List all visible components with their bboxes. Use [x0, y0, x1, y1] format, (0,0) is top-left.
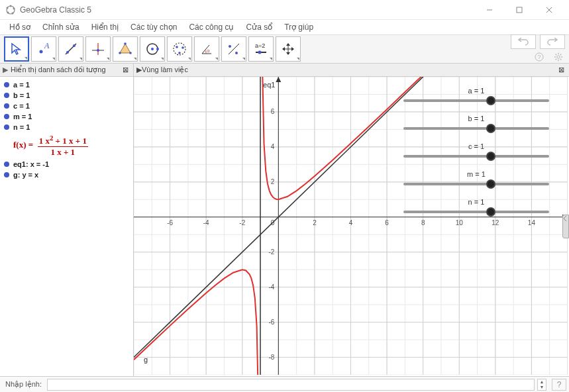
svg-text:g: g	[144, 356, 148, 364]
slider-m[interactable]: m = 1	[403, 170, 549, 189]
slider-knob[interactable]	[486, 96, 495, 105]
tool-reflect[interactable]	[221, 36, 246, 62]
tool-slider[interactable]: a=2	[248, 36, 274, 62]
svg-point-4	[7, 11, 9, 13]
close-button[interactable]	[534, 0, 564, 20]
obj-a[interactable]: a = 1	[4, 79, 129, 90]
object-list: a = 1 b = 1 c = 1 m = 1 n = 1 f(x) = 1 x…	[0, 77, 133, 376]
svg-text:a=2: a=2	[255, 42, 265, 49]
slider-c[interactable]: c = 1	[403, 142, 549, 161]
svg-point-31	[229, 45, 231, 48]
svg-point-35	[258, 51, 262, 54]
svg-point-19	[124, 42, 127, 45]
menu-chinhsua[interactable]: Chỉnh sửa	[37, 21, 85, 33]
slider-knob[interactable]	[486, 207, 495, 217]
slider-a[interactable]: a = 1	[403, 87, 549, 105]
svg-point-5	[7, 7, 9, 9]
slider-knob[interactable]	[486, 124, 495, 133]
svg-rect-7	[517, 7, 522, 13]
obj-eq1[interactable]: eq1: x = -1	[4, 159, 129, 170]
collapse-arrow-icon[interactable]: ▶	[136, 66, 142, 74]
svg-point-21	[119, 52, 121, 54]
obj-g[interactable]: g: y = x	[4, 170, 129, 180]
svg-point-24	[156, 48, 159, 50]
graphics-close-icon[interactable]: ⊠	[556, 66, 566, 74]
svg-text:2: 2	[313, 219, 317, 226]
svg-text:A: A	[44, 41, 50, 50]
tool-angle[interactable]: α	[194, 36, 219, 62]
svg-line-45	[556, 54, 557, 56]
side-handle[interactable]	[562, 215, 569, 238]
undo-button[interactable]	[511, 34, 536, 49]
algebra-close-icon[interactable]: ⊠	[121, 66, 130, 74]
obj-m[interactable]: m = 1	[4, 111, 129, 122]
app-logo	[5, 5, 16, 15]
tool-ellipse[interactable]	[167, 36, 192, 62]
svg-text:6: 6	[271, 108, 275, 115]
slider-knob[interactable]	[486, 152, 495, 161]
menu-bar: Hồ sơ Chỉnh sửa Hiển thị Các tùy chọn Cá…	[0, 20, 569, 34]
bullet-icon	[4, 93, 9, 98]
tool-move[interactable]	[4, 36, 29, 62]
svg-line-46	[560, 59, 562, 60]
obj-c[interactable]: c = 1	[4, 101, 129, 111]
bullet-icon	[4, 82, 9, 87]
slider-n[interactable]: n = 1	[403, 198, 549, 217]
svg-point-13	[66, 51, 69, 54]
svg-point-32	[235, 52, 238, 54]
svg-point-10	[40, 50, 43, 54]
collapse-arrow-icon[interactable]: ▶	[3, 66, 8, 74]
tool-bar: A α a=2 ?	[0, 34, 569, 64]
bullet-icon	[4, 172, 9, 177]
svg-point-2	[13, 7, 15, 9]
svg-text:4: 4	[349, 219, 353, 226]
graphics-view[interactable]: -6-4-2246810121416-8-6-4-22460eq1g a = 1…	[134, 77, 569, 376]
command-input[interactable]	[47, 379, 535, 391]
svg-text:eq1: eq1	[263, 81, 275, 89]
slider-b[interactable]: b = 1	[403, 115, 549, 133]
maximize-button[interactable]	[504, 0, 534, 20]
graphics-panel: ▶ Vùng làm việc ⊠ -6-4-2246810121416-8-6…	[134, 64, 569, 376]
obj-b[interactable]: b = 1	[4, 90, 129, 101]
input-help-icon[interactable]: ?	[552, 379, 566, 391]
redo-button[interactable]	[540, 34, 565, 49]
svg-point-17	[97, 49, 99, 52]
slider-knob[interactable]	[486, 179, 495, 189]
svg-text:α: α	[207, 48, 210, 54]
obj-f[interactable]: f(x) = 1 x2 + 1 x + 11 x + 1	[4, 132, 129, 159]
input-bar: Nhập lệnh: ▲▼ ?	[0, 376, 569, 392]
title-bar: GeoGebra Classic 5	[0, 0, 569, 20]
tool-point[interactable]: A	[31, 36, 56, 62]
tool-line[interactable]	[58, 36, 83, 62]
menu-cuaso[interactable]: Cửa sổ	[240, 21, 278, 33]
tool-move-view[interactable]	[276, 36, 301, 62]
svg-text:-4: -4	[203, 219, 209, 226]
help-icon[interactable]: ?	[533, 50, 546, 64]
svg-text:-4: -4	[268, 283, 274, 291]
svg-text:-2: -2	[239, 219, 245, 226]
svg-line-48	[556, 59, 557, 60]
tool-circle[interactable]	[140, 36, 165, 62]
svg-marker-18	[120, 44, 130, 53]
menu-congcu[interactable]: Các công cụ	[183, 21, 239, 33]
menu-hienthi[interactable]: Hiển thị	[86, 21, 124, 33]
settings-icon[interactable]	[552, 50, 565, 64]
svg-text:4: 4	[271, 143, 275, 150]
svg-text:-8: -8	[268, 354, 274, 361]
bullet-icon	[4, 103, 9, 109]
minimize-button[interactable]	[474, 0, 504, 20]
bullet-icon	[4, 162, 9, 167]
menu-trogiup[interactable]: Trợ giúp	[279, 21, 319, 33]
sliders-group: a = 1 b = 1 c = 1 m = 1 n = 1	[403, 87, 549, 226]
obj-n[interactable]: n = 1	[4, 122, 129, 132]
svg-point-40	[557, 56, 560, 58]
tool-polygon[interactable]	[113, 36, 138, 62]
input-stepper[interactable]: ▲▼	[537, 379, 546, 391]
bullet-icon	[4, 114, 9, 119]
tool-perpendicular[interactable]	[85, 36, 111, 62]
svg-text:6: 6	[385, 219, 389, 226]
menu-hoso[interactable]: Hồ sơ	[4, 21, 36, 33]
bullet-icon	[4, 124, 9, 130]
graphics-header-label: Vùng làm việc	[142, 66, 188, 74]
menu-tuychon[interactable]: Các tùy chọn	[125, 21, 182, 33]
